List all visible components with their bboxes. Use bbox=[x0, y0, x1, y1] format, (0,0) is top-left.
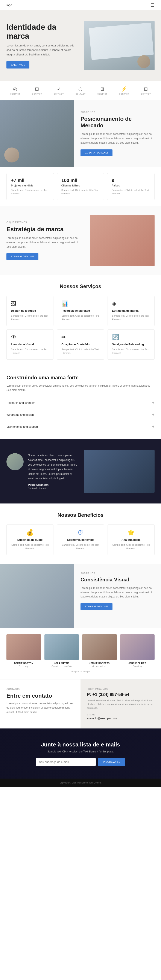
contact-phone-note: Lorem ipsum dolor sit amet. Sed do eiusm… bbox=[87, 699, 155, 710]
newsletter-email-input[interactable] bbox=[35, 758, 96, 766]
icons-row: ◎ CONTACT ⊟ CONTACT ✓ CONTACT ◌ CONTACT … bbox=[0, 81, 161, 100]
icon-symbol-3: ◌ bbox=[78, 86, 82, 92]
hamburger-menu-icon[interactable]: ☰ bbox=[151, 3, 155, 8]
accordion-item-0[interactable]: Research and strategy + bbox=[6, 397, 155, 409]
icon-label-2: CONTACT bbox=[54, 93, 64, 95]
newsletter-submit-button[interactable]: INSCREVA-SE bbox=[98, 758, 126, 766]
stat-box-0: +7 mil Projetos mundials Sample text. Cl… bbox=[6, 173, 54, 200]
testimonial-role: Direito de diretoria bbox=[28, 487, 77, 489]
icon-item-1: ⊟ CONTACT bbox=[32, 86, 42, 95]
team-grid: BERTIE NORTON Secretary NOLA MATTIE Gere… bbox=[6, 634, 155, 667]
icon-symbol-0: ◎ bbox=[13, 86, 17, 92]
accordion-section: Construindo uma marca forte Lorem ipsum … bbox=[0, 368, 161, 439]
icon-label-0: CONTACT bbox=[10, 93, 20, 95]
benefit-card-1: ⏱ Economia de tempo Sample text. Click t… bbox=[57, 525, 104, 555]
icon-symbol-5: ⚡ bbox=[121, 86, 127, 92]
icon-item-4: ⊞ CONTACT bbox=[97, 86, 107, 95]
service-name-2: Estratégia de marca bbox=[112, 309, 150, 312]
hero-cta-button[interactable]: SAIBA MAIS bbox=[6, 61, 29, 68]
service-desc-0: Sample text. Click to select the Text El… bbox=[11, 314, 49, 321]
testimonial-avatar bbox=[6, 453, 24, 470]
service-card-5: 🔄 Serviços de Rebranding Sample text. Cl… bbox=[108, 329, 155, 360]
team-name-0: BERTIE NORTON bbox=[6, 662, 41, 665]
contact-title: Entre em contato bbox=[6, 692, 74, 699]
hero-image-placeholder bbox=[84, 21, 155, 70]
icon-label-4: CONTACT bbox=[97, 93, 107, 95]
contact-email: exemplo@exemplo.com bbox=[87, 717, 155, 720]
team-name-1: NOLA MATTIE bbox=[44, 662, 79, 665]
team-name-2: JENNIE ROBERTS bbox=[82, 662, 117, 665]
consistency-image-placeholder bbox=[0, 564, 74, 628]
about-cta-button[interactable]: EXPLORAR DETALHES bbox=[80, 150, 113, 156]
stat-number-0: +7 mil bbox=[11, 178, 49, 183]
benefit-desc-0: Sample text. Click to select the Text El… bbox=[11, 543, 49, 550]
team-card-2: JENNIE ROBERTS vice-presidente bbox=[82, 634, 117, 667]
benefits-grid: 💰 Eficiência de custo Sample text. Click… bbox=[6, 525, 155, 555]
consistency-cta-button[interactable]: EXPLORAR DETALHES bbox=[80, 603, 113, 610]
icon-label-6: CONTACT bbox=[141, 93, 151, 95]
about-image-placeholder bbox=[0, 100, 74, 167]
consistency-content: SOBRE NÓS Consistência Visual Lorem ipsu… bbox=[74, 564, 161, 628]
service-name-4: Criação de Conteúdo bbox=[61, 343, 100, 346]
accordion-plus-0: + bbox=[152, 400, 155, 405]
team-card-0: BERTIE NORTON Secretary bbox=[6, 634, 41, 667]
contact-email-label: E-MAIL bbox=[87, 713, 155, 716]
newsletter-description: Sample text. Click to select the Text El… bbox=[6, 750, 155, 753]
icon-label-1: CONTACT bbox=[32, 93, 42, 95]
stat-number-2: 9 bbox=[112, 178, 150, 183]
contact-tag: CONTATOS bbox=[6, 688, 74, 690]
team-card-3: JENNIE CLAIRE Secretary bbox=[120, 634, 155, 667]
nav-logo: logo bbox=[6, 3, 12, 7]
icon-symbol-2: ✓ bbox=[57, 86, 61, 92]
service-icon-3: 👁 bbox=[11, 334, 49, 340]
team-role-0: Secretary bbox=[6, 665, 41, 667]
benefit-desc-2: Sample text. Click to select the Text El… bbox=[112, 543, 150, 550]
what-text: O QUE FAZEMOS Estratégia de marca Lorem … bbox=[6, 221, 84, 260]
about-content: SOBRE NÓS Posicionamento de Mercado Lore… bbox=[74, 100, 161, 167]
what-image bbox=[90, 215, 155, 266]
hero-text: Identidade da marca Lorem ipsum dolor si… bbox=[6, 23, 77, 68]
what-tag: O QUE FAZEMOS bbox=[6, 221, 84, 223]
about-image bbox=[0, 100, 74, 167]
benefits-section: Nossos Benefícios 💰 Eficiência de custo … bbox=[0, 503, 161, 564]
contact-section: CONTATOS Entre em contato Lorem ipsum do… bbox=[0, 679, 161, 729]
icon-symbol-4: ⊞ bbox=[100, 86, 104, 92]
testimonial-content: Nomen iaculis est libero. Lorem ipsum do… bbox=[6, 453, 77, 489]
benefit-name-2: Alta qualidade bbox=[112, 538, 150, 541]
team-avatar-3 bbox=[120, 634, 155, 660]
icon-item-6: ⊡ CONTACT bbox=[141, 86, 151, 95]
about-description: Lorem ipsum dolor sit amet, consectetur … bbox=[80, 132, 155, 145]
service-name-1: Pesquisa de Mercado bbox=[61, 309, 100, 312]
team-name-3: JENNIE CLAIRE bbox=[120, 662, 155, 665]
service-card-4: ✏ Criação de Conteúdo Sample text. Click… bbox=[57, 329, 104, 360]
consistency-description: Lorem ipsum dolor sit amet, consectetur … bbox=[80, 586, 155, 599]
team-card-1: NOLA MATTIE Gerente de escritório bbox=[44, 634, 79, 667]
benefit-name-0: Eficiência de custo bbox=[11, 538, 49, 541]
accordion-label-0: Research and strategy bbox=[6, 401, 35, 404]
benefit-icon-1: ⏱ bbox=[61, 529, 100, 536]
service-card-3: 👁 Identidade Visual Sample text. Click t… bbox=[6, 329, 53, 360]
footer: Copyright © Click to select the Text Ele… bbox=[0, 779, 161, 787]
accordion-description: Lorem ipsum dolor sit amet, consectetur … bbox=[6, 383, 155, 392]
service-card-0: 🖼 Design de logotipo Sample text. Click … bbox=[6, 296, 53, 326]
benefit-icon-0: 💰 bbox=[11, 529, 49, 536]
icon-item-2: ✓ CONTACT bbox=[54, 86, 64, 95]
benefit-card-2: ⭐ Alta qualidade Sample text. Click to s… bbox=[108, 525, 155, 555]
accordion-item-2[interactable]: Maintenance and support + bbox=[6, 421, 155, 433]
accordion-item-1[interactable]: Wireframe and design + bbox=[6, 409, 155, 421]
footer-text: Copyright © Click to select the Text Ele… bbox=[6, 781, 155, 784]
icon-item-5: ⚡ CONTACT bbox=[119, 86, 129, 95]
testimonial-author: Paulo Swanson bbox=[28, 483, 77, 486]
what-cta-button[interactable]: EXPLORAR DETALHES bbox=[6, 253, 39, 260]
navbar: logo ☰ bbox=[0, 0, 161, 10]
service-desc-2: Sample text. Click to select the Text El… bbox=[112, 314, 150, 321]
icon-item-0: ◎ CONTACT bbox=[10, 86, 20, 95]
services-title: Nossos Serviços bbox=[6, 283, 155, 290]
service-name-0: Design de logotipo bbox=[11, 309, 49, 312]
stat-number-1: 100 mil bbox=[61, 178, 100, 183]
service-icon-4: ✏ bbox=[61, 334, 100, 340]
services-section: Nossos Serviços 🖼 Design de logotipo Sam… bbox=[0, 275, 161, 368]
what-description: Lorem ipsum dolor sit amet, consectetur … bbox=[6, 236, 84, 249]
about-section: SOBRE NÓS Posicionamento de Mercado Lore… bbox=[0, 100, 161, 167]
contact-left: CONTATOS Entre em contato Lorem ipsum do… bbox=[0, 679, 80, 729]
